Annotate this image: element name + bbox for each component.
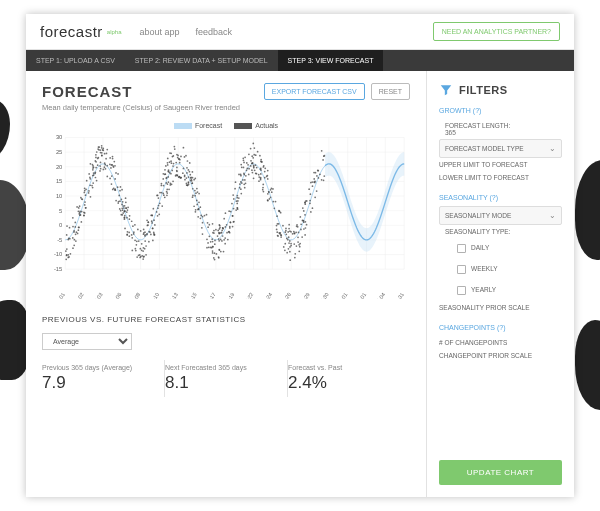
svg-point-741 — [305, 200, 307, 202]
svg-point-390 — [295, 232, 297, 234]
svg-point-303 — [246, 168, 248, 170]
svg-point-205 — [197, 216, 199, 218]
changepoints-heading[interactable]: CHANGEPOINTS (?) — [439, 324, 562, 331]
forecast-chart[interactable]: -15-10-5051015202530 1988-01-011988-04-0… — [42, 129, 410, 299]
svg-point-527 — [304, 214, 306, 216]
svg-point-200 — [271, 191, 273, 193]
svg-point-305 — [145, 254, 147, 256]
svg-point-739 — [167, 162, 169, 164]
svg-point-122 — [313, 178, 315, 180]
svg-point-287 — [195, 209, 197, 211]
svg-point-309 — [85, 194, 87, 196]
svg-point-693 — [136, 256, 138, 258]
svg-point-507 — [83, 215, 85, 217]
svg-point-275 — [238, 174, 240, 176]
upper-limit-row[interactable]: UPPER LIMIT TO FORECAST — [439, 158, 562, 171]
seasonality-mode-select[interactable]: SEASONALITY MODE⌄ — [439, 206, 562, 225]
svg-point-732 — [158, 205, 160, 207]
svg-point-61 — [161, 183, 163, 185]
svg-point-628 — [196, 200, 198, 202]
step-2-tab[interactable]: STEP 2: REVIEW DATA + SETUP MODEL — [125, 50, 278, 71]
svg-point-726 — [310, 211, 312, 213]
step-3-tab[interactable]: STEP 3: VIEW FORECAST — [278, 50, 384, 71]
svg-point-737 — [88, 190, 90, 192]
svg-text:1991-11-01: 1991-11-01 — [328, 292, 349, 300]
svg-point-392 — [157, 215, 159, 217]
svg-point-96 — [212, 252, 214, 254]
svg-point-219 — [288, 236, 290, 238]
svg-point-546 — [143, 232, 145, 234]
svg-point-652 — [239, 183, 241, 185]
svg-point-757 — [68, 256, 70, 258]
update-chart-button[interactable]: UPDATE CHART — [439, 460, 562, 485]
svg-point-548 — [78, 229, 80, 231]
step-1-tab[interactable]: STEP 1: UPLOAD A CSV — [26, 50, 125, 71]
svg-point-722 — [151, 220, 153, 222]
svg-point-632 — [184, 156, 186, 158]
changepoints-prior-row[interactable]: CHANGEPOINT PRIOR SCALE — [439, 349, 562, 362]
svg-point-502 — [76, 231, 78, 233]
svg-point-123 — [170, 160, 172, 162]
svg-point-134 — [88, 173, 90, 175]
svg-point-564 — [214, 253, 216, 255]
export-csv-button[interactable]: EXPORT FORECAST CSV — [264, 83, 365, 100]
svg-point-716 — [193, 206, 195, 208]
seasonality-prior-row[interactable]: SEASONALITY PRIOR SCALE — [439, 301, 562, 314]
reset-button[interactable]: RESET — [371, 83, 410, 100]
svg-point-257 — [105, 158, 107, 160]
svg-point-690 — [151, 215, 153, 217]
forecast-model-type-select[interactable]: FORECAST MODEL TYPE⌄ — [439, 139, 562, 158]
cta-partner-button[interactable]: NEED AN ANALYTICS PARTNER? — [433, 22, 560, 41]
svg-point-90 — [95, 154, 97, 156]
svg-text:1989-01-08: 1989-01-08 — [121, 292, 142, 300]
svg-point-58 — [303, 210, 305, 212]
svg-point-89 — [66, 248, 68, 250]
svg-point-588 — [161, 205, 163, 207]
svg-point-471 — [100, 162, 102, 164]
page-title: FORECAST — [42, 83, 240, 100]
svg-point-640 — [158, 214, 160, 216]
svg-point-255 — [168, 170, 170, 172]
svg-point-78 — [157, 208, 159, 210]
svg-point-428 — [232, 194, 234, 196]
svg-point-669 — [250, 148, 252, 150]
lower-limit-row[interactable]: LOWER LIMIT TO FORECAST — [439, 171, 562, 184]
svg-point-599 — [151, 222, 153, 224]
nav-about[interactable]: about app — [140, 27, 180, 37]
svg-point-743 — [143, 256, 145, 258]
svg-point-179 — [134, 240, 136, 242]
svg-point-234 — [199, 206, 201, 208]
svg-point-708 — [224, 243, 226, 245]
changepoints-count-row[interactable]: # OF CHANGEPOINTS — [439, 336, 562, 349]
nav-feedback[interactable]: feedback — [196, 27, 233, 37]
svg-point-330 — [131, 250, 133, 252]
svg-point-202 — [242, 158, 244, 160]
svg-point-540 — [219, 227, 221, 229]
svg-point-367 — [154, 224, 156, 226]
svg-point-649 — [207, 226, 209, 228]
svg-point-517 — [253, 165, 255, 167]
seasonality-weekly-checkbox[interactable]: WEEKLY — [439, 259, 562, 280]
svg-point-552 — [241, 167, 243, 169]
svg-point-641 — [264, 171, 266, 173]
seasonality-daily-checkbox[interactable]: DAILY — [439, 238, 562, 259]
svg-point-310 — [128, 232, 130, 234]
svg-point-562 — [235, 209, 237, 211]
seasonality-yearly-checkbox[interactable]: YEARLY — [439, 280, 562, 301]
svg-point-477 — [207, 222, 209, 224]
svg-point-623 — [69, 238, 71, 240]
svg-point-109 — [124, 228, 126, 230]
svg-point-657 — [141, 250, 143, 252]
svg-point-157 — [231, 203, 233, 205]
stats-metric-select[interactable]: Average — [42, 333, 132, 350]
svg-point-443 — [282, 225, 284, 227]
legend-swatch-forecast — [174, 123, 192, 129]
svg-point-74 — [175, 162, 177, 164]
svg-point-319 — [173, 163, 175, 165]
svg-point-532 — [120, 210, 122, 212]
svg-point-370 — [289, 251, 291, 253]
growth-heading[interactable]: GROWTH (?) — [439, 107, 562, 114]
filter-icon — [439, 83, 453, 97]
seasonality-heading[interactable]: SEASONALITY (?) — [439, 194, 562, 201]
svg-text:1990-10-24: 1990-10-24 — [253, 292, 274, 300]
